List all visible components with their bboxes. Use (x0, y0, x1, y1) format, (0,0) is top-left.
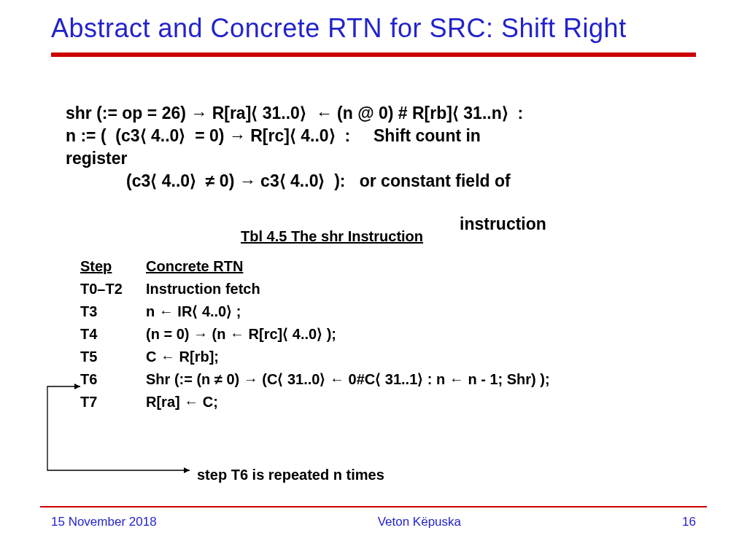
footer-date: 15 November 2018 (51, 515, 157, 529)
step-cell: T4 (80, 323, 146, 346)
abstract-rtn-block: shr (:= op = 26) → R[ra]⟨ 31..0⟩ ← (n @ … (66, 102, 725, 192)
step-cell: T0–T2 (80, 278, 146, 300)
slide-container: Abstract and Concrete RTN for SRC: Shift… (0, 0, 747, 560)
table-row: T6 Shr (:= (n ≠ 0) → (C⟨ 31..0⟩ ← 0#C⟨ 3… (80, 368, 550, 391)
table-row: T3 n ← IR⟨ 4..0⟩ ; (80, 300, 550, 323)
rtn-cell: Shr (:= (n ≠ 0) → (C⟨ 31..0⟩ ← 0#C⟨ 31..… (146, 368, 550, 391)
table-row: T0–T2 Instruction fetch (80, 278, 550, 300)
abstract-line: n := ( (c3⟨ 4..0⟩ = 0) → R[rc]⟨ 4..0⟩ : … (66, 125, 725, 147)
concrete-rtn-table: Step Concrete RTN T0–T2 Instruction fetc… (80, 255, 550, 413)
rtn-cell: Instruction fetch (146, 278, 260, 300)
slide-title: Abstract and Concrete RTN for SRC: Shift… (0, 0, 747, 48)
footer-page: 16 (682, 515, 696, 529)
col-rtn: Concrete RTN (146, 255, 243, 278)
table-row: T4 (n = 0) → (n ← R[rc]⟨ 4..0⟩ ); (80, 323, 550, 346)
footer-divider (40, 506, 707, 508)
footer-author: Veton Këpuska (378, 515, 461, 529)
abstract-line: register (66, 147, 725, 170)
loop-footnote: step T6 is repeated n times (197, 467, 384, 483)
rtn-cell: (n = 0) → (n ← R[rc]⟨ 4..0⟩ ); (146, 323, 336, 346)
step-cell: T7 (80, 391, 146, 413)
table-row: T5 C ← R[rb]; (80, 346, 550, 368)
table-caption: Tbl 4.5 The shr Instruction (241, 228, 423, 245)
step-cell: T6 (80, 368, 146, 391)
step-cell: T5 (80, 346, 146, 368)
abstract-line: shr (:= op = 26) → R[ra]⟨ 31..0⟩ ← (n @ … (66, 102, 725, 125)
table-row: T7 R[ra] ← C; (80, 391, 550, 413)
svg-marker-1 (184, 467, 190, 473)
svg-marker-0 (74, 384, 80, 389)
rtn-cell: n ← IR⟨ 4..0⟩ ; (146, 300, 241, 323)
col-step: Step (80, 255, 146, 278)
rtn-cell: C ← R[rb]; (146, 346, 219, 368)
abstract-line-overlap: instruction (460, 213, 546, 236)
rtn-cell: R[ra] ← C; (146, 391, 218, 413)
table-header-row: Step Concrete RTN (80, 255, 550, 278)
title-underline (51, 52, 696, 57)
abstract-line: (c3⟨ 4..0⟩ ≠ 0) → c3⟨ 4..0⟩ ): or consta… (66, 170, 725, 192)
step-cell: T3 (80, 300, 146, 323)
footer: 15 November 2018 Veton Këpuska 16 (0, 515, 747, 529)
